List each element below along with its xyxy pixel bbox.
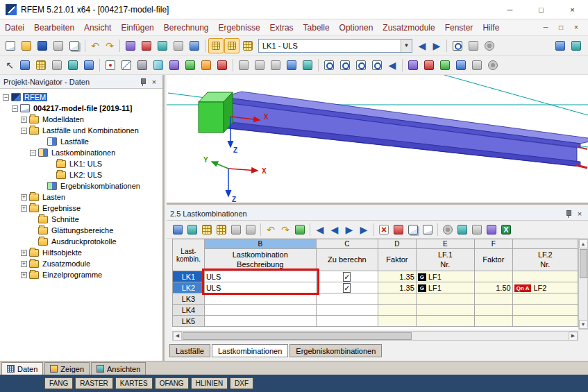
maximize-button[interactable]: □ [526,0,557,19]
tab-daten[interactable]: Daten [1,362,43,375]
zoom-in-icon[interactable] [337,58,353,73]
zoom-out-icon[interactable] [353,58,369,73]
cell-lk2-lf1-nr[interactable]: GLF1 [416,282,474,293]
cell-lk5-beschreibung[interactable] [204,316,316,327]
panel-toggle-icon[interactable] [553,38,568,53]
zoom-all-icon[interactable] [369,58,385,73]
cell-lk1-lf1-faktor[interactable]: 1.35 [378,271,417,282]
row-header-lk5[interactable]: LK5 [173,316,205,327]
mdi-minimize-button[interactable]: ─ [538,22,553,34]
collapse-icon[interactable]: − [12,105,18,112]
collapse-icon[interactable]: − [30,150,36,156]
cell-lk4-lf1-faktor[interactable] [378,305,417,316]
expand-icon[interactable]: + [21,250,27,256]
cell-lk5-lf1-faktor[interactable] [378,316,417,327]
scroll-down-icon[interactable]: ▼ [579,320,588,329]
collapse-icon[interactable]: − [21,128,27,134]
edit-in-graphic-icon[interactable] [171,223,185,237]
show-grid-icon[interactable] [224,38,240,53]
pin-icon[interactable] [564,209,572,219]
tab-lastfaelle[interactable]: Lastfälle [169,344,210,357]
table-horizontal-scrollbar[interactable]: ◀ ▶ [172,331,578,341]
jump-to-graphic-icon[interactable] [185,223,199,237]
guidelines-icon[interactable] [65,58,81,73]
user-view-icon[interactable] [300,58,315,73]
insert-row-icon[interactable] [200,223,214,237]
cell-lk4-beschreibung[interactable] [204,305,316,316]
tree-item-hilfsobjekte[interactable]: + Hilfsobjekte [0,247,162,258]
move-copy-icon[interactable] [236,58,251,73]
view-z-icon[interactable] [453,58,469,73]
row-header-lk3[interactable]: LK3 [173,293,205,305]
display-options-icon[interactable] [485,58,501,73]
search-icon[interactable] [450,38,465,53]
cell-lk2-lf1-faktor[interactable]: 1.35 [378,282,417,293]
cell-lk3-beschreibung[interactable] [204,293,316,305]
previous-loadcase-icon[interactable]: ◀ [415,38,429,53]
cell-lk2-zu-berechnen[interactable]: ✓ [316,282,378,293]
show-loads-icon[interactable] [139,38,154,53]
view-x-icon[interactable] [421,58,437,73]
visibility-icon[interactable] [284,58,299,73]
toggle-raster[interactable]: RASTER [75,377,113,389]
new-node-icon[interactable] [103,58,118,73]
previous-row-icon[interactable]: ◀ [328,222,342,237]
scroll-right-icon[interactable]: ▶ [569,332,578,341]
toggle-fang[interactable]: FANG [44,377,73,389]
open-file-icon[interactable] [19,38,34,53]
select-icon[interactable]: ↖ [3,58,17,73]
ortho-mode-icon[interactable] [49,58,65,73]
new-support-icon[interactable] [183,58,198,73]
table-vertical-scrollbar[interactable]: ▲ ▼ [578,239,588,330]
first-row-icon[interactable]: ◀ [313,222,327,237]
link-model-icon[interactable] [187,38,202,53]
delete-rows-icon[interactable] [377,223,391,237]
cell-lk1-lf2-faktor[interactable] [474,271,512,282]
cell-lk2-lf2-nr[interactable]: Qn ALF2 [512,282,578,293]
viewport-3d[interactable]: X Z Y X Z [167,75,588,205]
scroll-up-icon[interactable]: ▲ [579,239,588,248]
calculator-icon[interactable] [470,223,484,237]
tree-item-lasten[interactable]: + Lasten [0,191,162,203]
tree-item-ergebniskombinationen[interactable]: Ergebniskombinationen [0,180,162,191]
menu-extras[interactable]: Extras [265,19,299,35]
new-file-icon[interactable] [3,38,18,53]
cell-lk2-beschreibung[interactable]: ULS [204,282,316,293]
collapse-icon[interactable]: − [3,94,9,101]
new-member-icon[interactable] [135,58,150,73]
column-letter-e[interactable]: E [416,239,474,249]
fill-down-icon[interactable] [229,223,243,237]
workplane-icon[interactable] [81,58,96,73]
row-header-lk4[interactable]: LK4 [173,305,205,316]
cell-lk3-lf1-nr[interactable] [416,293,474,305]
minimize-button[interactable]: ─ [494,0,526,19]
table-numbers-icon[interactable] [240,38,255,53]
mdi-close-button[interactable]: × [569,22,584,34]
cell-lk5-lf2-nr[interactable] [512,316,578,327]
column-letter-d[interactable]: D [378,239,417,249]
cell-lk5-lf2-faktor[interactable] [474,316,512,327]
tab-lastkombinationen[interactable]: Lastkombinationen [212,344,288,357]
tree-item-einzelprogramme[interactable]: + Einzelprogramme [0,269,162,280]
tab-ansichten[interactable]: Ansichten [91,362,146,375]
menu-fenster[interactable]: Fenster [440,19,478,35]
last-row-icon[interactable]: ▶ [357,222,371,237]
tree-item-lastkombinationen[interactable]: − Lastkombinationen [0,147,162,158]
tab-zeigen[interactable]: Zeigen [44,362,90,375]
snap-icon[interactable] [17,58,33,73]
close-button[interactable]: × [557,0,588,19]
column-letter-c[interactable]: C [316,239,378,249]
cell-lk1-zu-berechnen[interactable]: ✓ [316,271,378,282]
zoom-window-icon[interactable] [321,58,337,73]
tree-item-ausdruckprotokolle[interactable]: Ausdruckprotokolle [0,236,162,247]
beam-member[interactable] [222,92,588,167]
combo-dropdown-icon[interactable]: ▼ [401,40,412,52]
menu-hilfe[interactable]: Hilfe [478,19,504,35]
tree-item-modelldaten[interactable]: + Modelldaten [0,114,162,125]
expand-icon[interactable]: + [21,194,27,201]
cell-lk1-lf2-nr[interactable] [512,271,578,282]
table-undo-icon[interactable]: ↶ [264,222,278,237]
tree-item-lastfaelle-und-kombinationen[interactable]: − Lastfälle und Kombinationen [0,125,162,136]
menu-datei[interactable]: Datei [0,19,29,35]
copy-row-icon[interactable] [406,223,420,237]
